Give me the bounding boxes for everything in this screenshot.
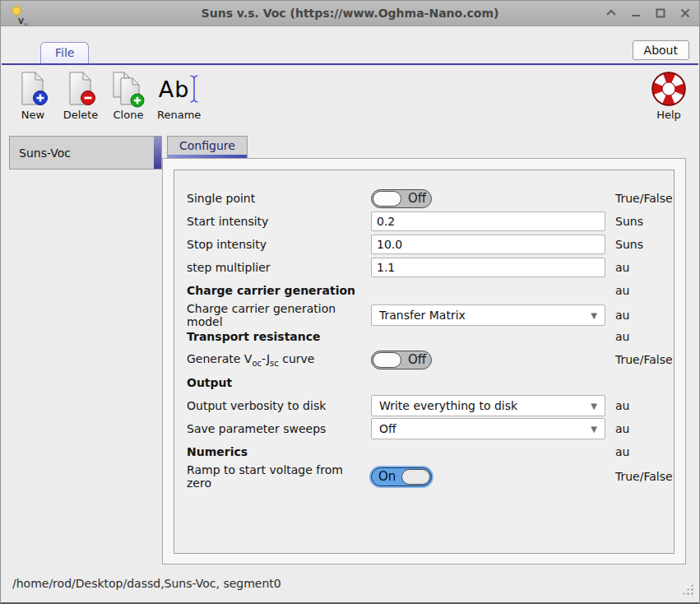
tool-label: Delete — [63, 109, 99, 121]
unit-label: Suns — [605, 215, 674, 228]
toolbar: New Delete — [1, 65, 699, 131]
new-button[interactable]: New — [14, 70, 52, 121]
section-header: Output — [187, 376, 371, 389]
toggle-state-label: Off — [408, 191, 426, 206]
configure-pane: Single pointOffTrue/FalseStart intensity… — [162, 158, 686, 565]
suns-voc-app-icon: V oc — [9, 4, 29, 26]
form-row: Single pointOffTrue/False — [187, 187, 674, 210]
menubar: File About — [1, 26, 699, 63]
status-path: /home/rod/Desktop/dassd,Suns-Voc, segmen… — [12, 577, 281, 590]
toggle-knob — [373, 191, 401, 207]
chevron-down-icon: ▼ — [591, 425, 597, 434]
rename-button[interactable]: Ab Rename — [157, 70, 201, 121]
row-control: Off — [371, 351, 605, 369]
titlebar[interactable]: V oc Suns v.s. Voc (https://www.Oghma-Na… — [1, 1, 699, 26]
chevron-down-icon: ▼ — [591, 402, 597, 411]
row-label: Output verbosity to disk — [187, 399, 371, 412]
lifebuoy-icon — [650, 70, 688, 108]
clone-documents-icon — [109, 70, 147, 108]
tool-label: Help — [656, 109, 681, 121]
tab-file[interactable]: File — [40, 42, 89, 63]
text-input[interactable] — [371, 258, 605, 277]
toggle-switch[interactable]: Off — [371, 351, 432, 369]
section-header: Transport resistance — [187, 330, 371, 343]
toggle-switch[interactable]: On — [371, 467, 432, 486]
unit-label: au — [605, 445, 674, 458]
unit-label: au — [605, 422, 674, 435]
chevron-down-icon: ▼ — [591, 311, 597, 320]
toggle-knob — [401, 469, 430, 485]
tool-label: Rename — [157, 109, 201, 121]
dropdown-value: Off — [379, 422, 396, 435]
row-control — [371, 235, 605, 254]
rename-icon: Ab — [159, 70, 200, 108]
dropdown-select[interactable]: Transfer Matrix▼ — [371, 304, 605, 326]
dropdown-select[interactable]: Off▼ — [371, 418, 605, 439]
form-row: Numericsau — [187, 440, 674, 463]
statusbar: /home/rod/Desktop/dassd,Suns-Voc, segmen… — [1, 565, 699, 602]
text-input[interactable] — [371, 211, 605, 231]
unit-label: au — [605, 261, 674, 274]
svg-text:V: V — [18, 17, 24, 26]
shade-button[interactable] — [605, 7, 617, 19]
dropdown-select[interactable]: Write everything to disk▼ — [371, 395, 605, 416]
about-button[interactable]: About — [633, 40, 689, 60]
maximize-button[interactable] — [655, 7, 666, 19]
delete-document-icon — [63, 70, 98, 108]
row-control: Off▼ — [371, 418, 605, 439]
delete-button[interactable]: Delete — [62, 70, 100, 121]
row-label: Charge carrier generation model — [187, 302, 371, 328]
form-row: Charge carrier generationau — [187, 279, 674, 302]
form-row: Start intensitySuns — [187, 210, 674, 233]
row-control: On — [371, 467, 605, 486]
text-input[interactable] — [371, 235, 605, 254]
form-row: step multiplierau — [187, 256, 674, 279]
unit-label: au — [605, 309, 674, 322]
row-control — [371, 211, 605, 231]
new-document-icon — [16, 70, 50, 108]
main-panel: Configure Single pointOffTrue/FalseStart… — [162, 136, 686, 565]
form-row: Generate Voc-Jsc curveOffTrue/False — [187, 348, 674, 371]
section-header: Numerics — [187, 445, 371, 458]
form-row: Charge carrier generation modelTransfer … — [187, 302, 674, 325]
help-button[interactable]: Help — [650, 70, 688, 121]
form-row: Output verbosity to diskWrite everything… — [187, 394, 674, 417]
tab-configure[interactable]: Configure — [167, 136, 248, 158]
unit-label: au — [605, 399, 674, 412]
close-button[interactable] — [679, 7, 691, 19]
minimize-button[interactable] — [630, 7, 642, 19]
row-label: Start intensity — [187, 215, 371, 228]
form-row: Transport resistanceau — [187, 325, 674, 348]
unit-label: au — [605, 284, 674, 297]
app-window: V oc Suns v.s. Voc (https://www.Oghma-Na… — [0, 0, 700, 604]
row-control — [371, 258, 605, 277]
row-label: step multiplier — [187, 261, 371, 274]
form-row: Ramp to start voltage from zeroOnTrue/Fa… — [187, 463, 674, 486]
section-header: Charge carrier generation — [187, 284, 371, 297]
toggle-switch[interactable]: Off — [371, 189, 432, 208]
content-area: Suns-Voc Configure Single pointOffTrue/F… — [1, 131, 699, 565]
unit-label: au — [605, 330, 674, 343]
row-label: Stop intensity — [187, 238, 371, 251]
row-label: Ramp to start voltage from zero — [187, 463, 371, 490]
form-row: Output — [187, 371, 674, 394]
form-row: Stop intensitySuns — [187, 233, 674, 256]
rename-icon-text: Ab — [159, 77, 190, 102]
row-control: Transfer Matrix▼ — [371, 304, 605, 326]
toggle-state-label: Off — [408, 352, 426, 367]
resize-grip[interactable] — [681, 583, 694, 596]
row-label: Generate Voc-Jsc curve — [187, 352, 371, 368]
text-cursor-icon — [189, 73, 199, 105]
sidebar: Suns-Voc — [9, 136, 162, 565]
window-controls — [605, 7, 691, 19]
row-label: Single point — [187, 192, 371, 205]
tool-label: Clone — [114, 109, 144, 121]
clone-button[interactable]: Clone — [109, 70, 147, 121]
svg-text:oc: oc — [24, 21, 29, 26]
unit-label: True/False — [605, 353, 674, 366]
unit-label: True/False — [605, 470, 674, 483]
row-control: Off — [371, 189, 605, 208]
tab-row: Configure — [162, 136, 686, 158]
sidebar-item-suns-voc[interactable]: Suns-Voc — [9, 136, 162, 170]
dropdown-value: Write everything to disk — [379, 399, 517, 412]
